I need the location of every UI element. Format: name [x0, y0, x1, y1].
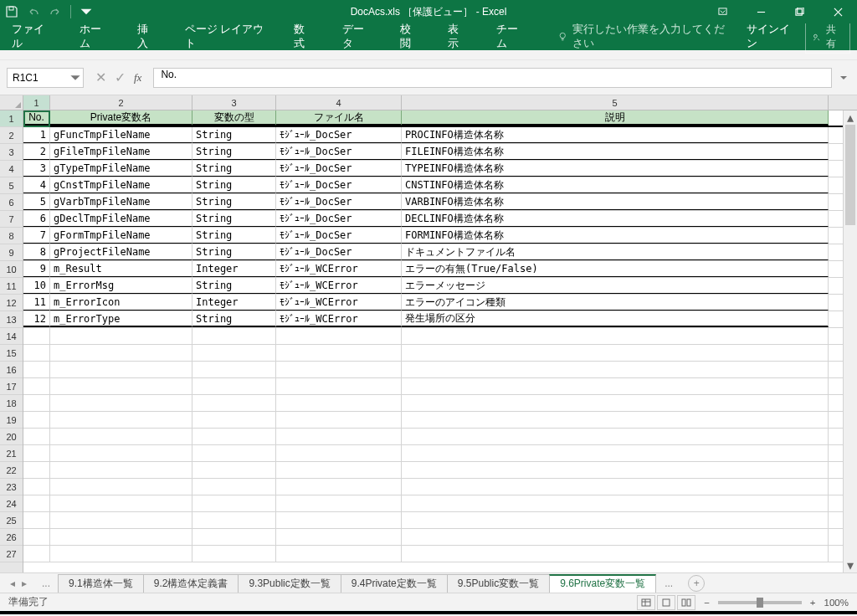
empty-cell[interactable] [402, 495, 829, 511]
row-header[interactable]: 18 [0, 395, 23, 412]
tab-team[interactable]: チーム [491, 23, 531, 50]
col-header-4[interactable]: 4 [276, 95, 402, 110]
tab-view[interactable]: 表示 [443, 23, 472, 50]
scroll-up-icon[interactable]: ▴ [844, 110, 857, 125]
sheet-overflow-right[interactable]: ... [656, 578, 681, 589]
empty-cell[interactable] [276, 412, 402, 428]
empty-cell[interactable] [50, 429, 192, 444]
table-header-cell[interactable]: 説明 [402, 110, 829, 126]
close-button[interactable] [819, 0, 857, 23]
table-cell[interactable]: DECLINFO構造体名称 [402, 211, 829, 227]
zoom-percent[interactable]: 100% [824, 598, 849, 608]
table-cell[interactable]: 5 [23, 194, 50, 210]
sheet-tab[interactable]: 9.4Private定数一覧 [341, 574, 448, 593]
empty-cell[interactable] [23, 495, 50, 511]
table-cell[interactable]: gCnstTmpFileName [50, 177, 192, 193]
row-header[interactable]: 23 [0, 479, 23, 495]
table-cell[interactable]: ﾓｼﾞｭｰﾙ_DocSer [276, 228, 402, 244]
empty-cell[interactable] [192, 362, 276, 377]
row-header[interactable]: 16 [0, 362, 23, 378]
empty-cell[interactable] [50, 395, 192, 411]
sheet-tab[interactable]: 9.3Public定数一覧 [238, 574, 341, 593]
empty-cell[interactable] [402, 512, 829, 528]
row-header[interactable]: 14 [0, 328, 23, 345]
table-header-cell[interactable]: No. [23, 110, 50, 126]
empty-cell[interactable] [50, 445, 192, 461]
row-header[interactable]: 7 [0, 211, 23, 228]
view-normal-icon[interactable] [637, 595, 655, 610]
table-cell[interactable]: String [192, 311, 276, 327]
table-cell[interactable]: gDeclTmpFileName [50, 211, 192, 227]
table-cell[interactable]: 1 [23, 127, 50, 143]
maximize-button[interactable] [780, 0, 819, 23]
empty-cell[interactable] [50, 479, 192, 495]
signin-link[interactable]: サインイン [747, 23, 793, 51]
empty-cell[interactable] [50, 462, 192, 478]
redo-icon[interactable] [49, 5, 62, 18]
scroll-down-icon[interactable]: ▾ [844, 558, 857, 572]
empty-cell[interactable] [402, 395, 829, 411]
row-header[interactable]: 3 [0, 144, 23, 161]
empty-cell[interactable] [23, 378, 50, 394]
fx-icon[interactable]: fx [134, 71, 141, 85]
empty-cell[interactable] [276, 512, 402, 528]
select-all-corner[interactable] [0, 95, 23, 110]
table-cell[interactable]: String [192, 194, 276, 210]
tab-formulas[interactable]: 数式 [289, 23, 318, 50]
table-cell[interactable]: TYPEINFO構造体名称 [402, 161, 829, 177]
add-sheet-button[interactable]: + [688, 575, 705, 592]
row-header[interactable]: 4 [0, 161, 23, 177]
empty-cell[interactable] [276, 462, 402, 478]
zoom-out-button[interactable]: − [704, 598, 710, 608]
chevron-down-icon[interactable] [69, 72, 81, 84]
table-header-cell[interactable]: 変数の型 [192, 110, 276, 126]
empty-cell[interactable] [23, 529, 50, 545]
tab-pagelayout[interactable]: ページ レイアウト [180, 23, 270, 50]
empty-cell[interactable] [276, 328, 402, 344]
table-cell[interactable]: 4 [23, 177, 50, 193]
table-cell[interactable]: ﾓｼﾞｭｰﾙ_WCError [276, 295, 402, 311]
vertical-scrollbar[interactable]: ▴ ▾ [843, 110, 857, 572]
table-cell[interactable]: FILEINFO構造体名称 [402, 144, 829, 160]
table-cell[interactable]: ﾓｼﾞｭｰﾙ_DocSer [276, 244, 402, 260]
empty-cell[interactable] [23, 328, 50, 344]
row-header[interactable]: 13 [0, 311, 23, 328]
empty-cell[interactable] [50, 495, 192, 511]
row-header[interactable]: 24 [0, 495, 23, 512]
empty-cell[interactable] [402, 529, 829, 545]
table-cell[interactable]: gFileTmpFileName [50, 144, 192, 160]
empty-cell[interactable] [50, 362, 192, 377]
tab-insert[interactable]: 挿入 [132, 23, 162, 50]
table-cell[interactable]: String [192, 177, 276, 193]
empty-cell[interactable] [276, 395, 402, 411]
table-cell[interactable]: gProjectFileName [50, 244, 192, 260]
empty-cell[interactable] [23, 412, 50, 428]
cancel-icon[interactable]: ✕ [95, 69, 106, 85]
table-cell[interactable]: 6 [23, 211, 50, 227]
table-cell[interactable]: Integer [192, 295, 276, 311]
row-header[interactable]: 5 [0, 177, 23, 194]
empty-cell[interactable] [23, 462, 50, 478]
col-header-3[interactable]: 3 [192, 95, 276, 110]
table-cell[interactable]: String [192, 161, 276, 177]
table-cell[interactable]: gFormTmpFileName [50, 228, 192, 244]
empty-cell[interactable] [23, 479, 50, 495]
table-cell[interactable]: String [192, 228, 276, 244]
view-page-break-icon[interactable] [677, 595, 695, 610]
table-cell[interactable]: m_Result [50, 261, 192, 277]
empty-cell[interactable] [192, 395, 276, 411]
table-cell[interactable]: String [192, 211, 276, 227]
table-cell[interactable]: String [192, 144, 276, 160]
row-header[interactable]: 11 [0, 278, 23, 295]
empty-cell[interactable] [276, 445, 402, 461]
tab-review[interactable]: 校閲 [395, 23, 424, 50]
empty-cell[interactable] [50, 345, 192, 361]
col-header-5[interactable]: 5 [402, 95, 829, 110]
empty-cell[interactable] [23, 445, 50, 461]
table-cell[interactable]: ﾓｼﾞｭｰﾙ_WCError [276, 261, 402, 277]
empty-cell[interactable] [50, 378, 192, 394]
sheet-tab[interactable]: 9.6Private変数一覧 [549, 574, 656, 593]
empty-cell[interactable] [402, 429, 829, 444]
col-header-2[interactable]: 2 [50, 95, 192, 110]
scroll-thumb[interactable] [845, 125, 855, 225]
